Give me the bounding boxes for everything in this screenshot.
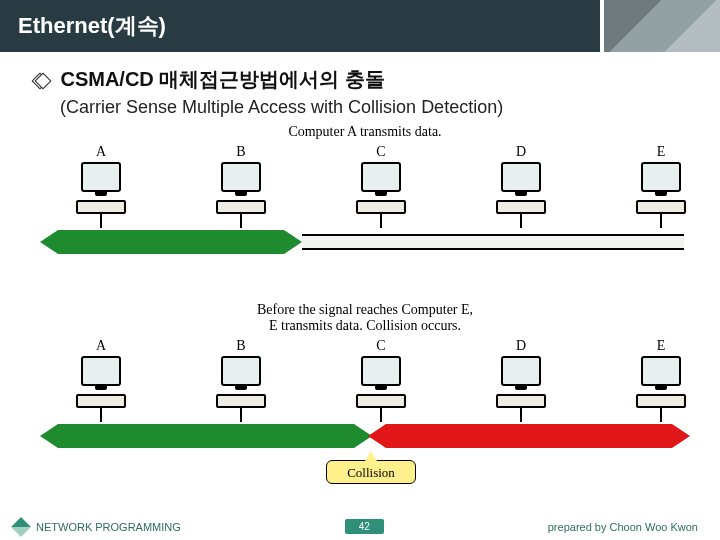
- monitor-icon: [361, 162, 401, 192]
- computer-label: C: [336, 338, 426, 354]
- diamond-bullet-icon: [34, 73, 48, 87]
- cable-drop: [240, 214, 242, 228]
- cable-drop: [660, 408, 662, 422]
- corner-logo: [600, 0, 720, 52]
- keyboard-icon: [496, 394, 546, 408]
- computer-label: A: [56, 144, 146, 160]
- diagram: Computer A transmits data. A B: [46, 124, 684, 484]
- computer-label: D: [476, 338, 566, 354]
- cable-drop: [240, 408, 242, 422]
- computer-label: E: [616, 338, 706, 354]
- cable-drop: [380, 214, 382, 228]
- cable-drop: [520, 408, 522, 422]
- computer-label: B: [196, 144, 286, 160]
- cable-drop: [100, 214, 102, 228]
- computer-b: B: [196, 144, 286, 228]
- cable-drop: [380, 408, 382, 422]
- footer-left-text: NETWORK PROGRAMMING: [36, 521, 181, 533]
- keyboard-icon: [356, 200, 406, 214]
- monitor-icon: [81, 356, 121, 386]
- caption-top: Computer A transmits data.: [46, 124, 684, 140]
- diagram-panel-top: Computer A transmits data. A B: [46, 124, 684, 294]
- heading-text: CSMA/CD 매체접근방법에서의 충돌: [60, 68, 384, 90]
- subheading: (Carrier Sense Multiple Access with Coll…: [60, 97, 696, 118]
- monitor-icon: [221, 356, 261, 386]
- footer-right-text: prepared by Choon Woo Kwon: [548, 521, 698, 533]
- computer-d: D: [476, 144, 566, 228]
- monitor-icon: [641, 162, 681, 192]
- collision-callout: Collision: [326, 460, 416, 484]
- arrow-left-icon: [40, 424, 58, 448]
- computer-d: D: [476, 338, 566, 422]
- keyboard-icon: [356, 394, 406, 408]
- monitor-icon: [361, 356, 401, 386]
- keyboard-icon: [216, 200, 266, 214]
- slide-title: Ethernet(계속): [18, 11, 166, 41]
- arrow-right-icon: [672, 424, 690, 448]
- monitor-icon: [501, 356, 541, 386]
- slide: Ethernet(계속) CSMA/CD 매체접근방법에서의 충돌 (Carri…: [0, 0, 720, 540]
- computer-row-bottom: A B C: [46, 338, 684, 448]
- signal-green: [58, 424, 354, 448]
- computer-label: D: [476, 144, 566, 160]
- arrow-left-icon: [368, 424, 386, 448]
- monitor-icon: [641, 356, 681, 386]
- computer-a: A: [56, 144, 146, 228]
- keyboard-icon: [636, 394, 686, 408]
- content-area: CSMA/CD 매체접근방법에서의 충돌 (Carrier Sense Mult…: [0, 52, 720, 484]
- computer-e: E: [616, 144, 706, 228]
- computer-a: A: [56, 338, 146, 422]
- diamond-icon: [11, 517, 31, 537]
- footer: NETWORK PROGRAMMING 42 prepared by Choon…: [0, 519, 720, 534]
- computer-b: B: [196, 338, 286, 422]
- computer-label: A: [56, 338, 146, 354]
- keyboard-icon: [216, 394, 266, 408]
- signal-green: [58, 230, 284, 254]
- caption-bottom: Before the signal reaches Computer E, E …: [46, 302, 684, 334]
- computer-label: E: [616, 144, 706, 160]
- arrow-right-icon: [284, 230, 302, 254]
- keyboard-icon: [76, 394, 126, 408]
- signal-idle: [302, 234, 684, 250]
- signal-red: [386, 424, 672, 448]
- heading: CSMA/CD 매체접근방법에서의 충돌: [34, 66, 696, 93]
- computer-c: C: [336, 338, 426, 422]
- computer-c: C: [336, 144, 426, 228]
- page-number: 42: [345, 519, 384, 534]
- signal-bar-bottom: [46, 424, 684, 448]
- keyboard-icon: [636, 200, 686, 214]
- keyboard-icon: [496, 200, 546, 214]
- title-bar: Ethernet(계속): [0, 0, 720, 52]
- cable-drop: [660, 214, 662, 228]
- monitor-icon: [501, 162, 541, 192]
- computer-label: C: [336, 144, 426, 160]
- computer-row-top: A B C: [46, 144, 684, 254]
- keyboard-icon: [76, 200, 126, 214]
- monitor-icon: [221, 162, 261, 192]
- arrow-left-icon: [40, 230, 58, 254]
- cable-drop: [100, 408, 102, 422]
- computer-label: B: [196, 338, 286, 354]
- diagram-panel-bottom: Before the signal reaches Computer E, E …: [46, 302, 684, 482]
- monitor-icon: [81, 162, 121, 192]
- cable-drop: [520, 214, 522, 228]
- computer-e: E: [616, 338, 706, 422]
- signal-bar-top: [46, 230, 684, 254]
- footer-left: NETWORK PROGRAMMING: [14, 520, 181, 534]
